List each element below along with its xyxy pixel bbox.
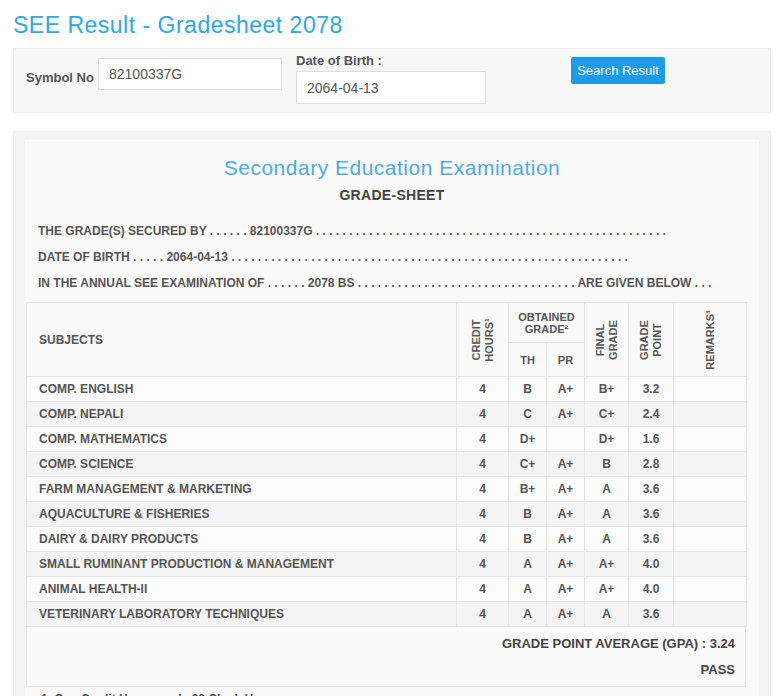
col-header-grade-point: GRADE POINT [629, 303, 674, 377]
remarks-cell [674, 427, 747, 452]
final-grade-cell: B [585, 452, 629, 477]
final-grade-cell: A+ [585, 552, 629, 577]
grade-point-cell: 3.6 [629, 527, 674, 552]
credit-cell: 4 [457, 452, 509, 477]
grade-point-cell: 3.2 [629, 377, 674, 402]
dob-line: DATE OF BIRTH . . . . . 2064-04-13 . . .… [38, 244, 748, 270]
th-grade-cell: B+ [509, 477, 547, 502]
subject-cell: SMALL RUMINANT PRODUCTION & MANAGEMENT [27, 552, 457, 577]
credit-cell: 4 [457, 377, 509, 402]
grade-point-cell: 2.4 [629, 402, 674, 427]
grade-point-cell: 3.6 [629, 502, 674, 527]
gradesheet-subtitle: GRADE-SHEET [26, 187, 758, 203]
final-grade-cell: C+ [585, 402, 629, 427]
pr-grade-cell: A+ [547, 452, 585, 477]
table-row: SMALL RUMINANT PRODUCTION & MANAGEMENT 4… [27, 552, 747, 577]
gradesheet-card: Secondary Education Examination GRADE-SH… [25, 140, 759, 696]
final-grade-cell: A [585, 527, 629, 552]
col-header-subjects: SUBJECTS [27, 303, 457, 377]
th-grade-cell: B [509, 527, 547, 552]
table-row: COMP. NEPALI 4 C A+ C+ 2.4 [27, 402, 747, 427]
final-grade-cell: A [585, 602, 629, 627]
final-grade-label: FINAL GRADE [594, 303, 619, 377]
subject-cell: COMP. NEPALI [27, 402, 457, 427]
remarks-cell [674, 377, 747, 402]
grade-point-cell: 3.6 [629, 602, 674, 627]
remarks-cell [674, 502, 747, 527]
credit-cell: 4 [457, 402, 509, 427]
final-grade-cell: A [585, 477, 629, 502]
date-of-birth-input[interactable] [296, 71, 486, 104]
search-form: Symbol No : Date of Birth : Search Resul… [13, 48, 771, 113]
subject-cell: COMP. ENGLISH [27, 377, 457, 402]
grade-point-cell: 2.8 [629, 452, 674, 477]
info-lines: THE GRADE(S) SECURED BY . . . . . . 8210… [38, 218, 748, 296]
col-header-obtained-grade: OBTAINED GRADE² [509, 303, 585, 343]
th-grade-cell: A [509, 552, 547, 577]
remarks-cell [674, 552, 747, 577]
pr-grade-cell: A+ [547, 377, 585, 402]
symbol-no-label: Symbol No : [26, 70, 102, 85]
credit-cell: 4 [457, 577, 509, 602]
see-result-page: SEE Result - Gradesheet 2078 Symbol No :… [0, 0, 784, 696]
remarks-cell [674, 602, 747, 627]
secured-by-line: THE GRADE(S) SECURED BY . . . . . . 8210… [38, 218, 748, 244]
col-header-remarks: REMARKS³ [674, 303, 747, 377]
pr-grade-cell [547, 427, 585, 452]
remarks-cell [674, 577, 747, 602]
pr-grade-cell: A+ [547, 577, 585, 602]
remarks-cell [674, 477, 747, 502]
remarks-cell [674, 527, 747, 552]
table-row: COMP. MATHEMATICS 4 D+ D+ 1.6 [27, 427, 747, 452]
page-title: SEE Result - Gradesheet 2078 [13, 12, 343, 39]
date-of-birth-label: Date of Birth : [296, 53, 382, 68]
table-row: VETERINARY LABORATORY TECHNIQUES 4 A A+ … [27, 602, 747, 627]
gradesheet-panel: Secondary Education Examination GRADE-SH… [13, 131, 771, 696]
pr-grade-cell: A+ [547, 602, 585, 627]
table-row: ANIMAL HEALTH-II 4 A A+ A+ 4.0 [27, 577, 747, 602]
grade-point-cell: 1.6 [629, 427, 674, 452]
table-row: FARM MANAGEMENT & MARKETING 4 B+ A+ A 3.… [27, 477, 747, 502]
col-header-pr: PR [547, 343, 585, 377]
th-grade-cell: C+ [509, 452, 547, 477]
table-row: AQUACULTURE & FISHERIES 4 B A+ A 3.6 [27, 502, 747, 527]
subject-cell: DAIRY & DAIRY PRODUCTS [27, 527, 457, 552]
subject-cell: FARM MANAGEMENT & MARKETING [27, 477, 457, 502]
exam-title: Secondary Education Examination [26, 156, 758, 180]
credit-hours-label: CREDIT HOURS¹ [470, 303, 495, 377]
col-header-credit-hours: CREDIT HOURS¹ [457, 303, 509, 377]
grades-table: SUBJECTS CREDIT HOURS¹ OBTAINED GRADE² F… [26, 302, 747, 627]
grade-point-cell: 4.0 [629, 552, 674, 577]
search-result-button[interactable]: Search Result [571, 57, 665, 84]
credit-cell: 4 [457, 602, 509, 627]
th-grade-cell: A [509, 602, 547, 627]
grade-point-cell: 4.0 [629, 577, 674, 602]
credit-hour-footnote: 1. One Credit Hour equals 32 Clock Hours… [41, 692, 758, 696]
th-grade-cell: C [509, 402, 547, 427]
gpa-value-line: GRADE POINT AVERAGE (GPA) : 3.24 [27, 636, 735, 652]
remarks-cell [674, 402, 747, 427]
pr-grade-cell: A+ [547, 502, 585, 527]
subject-cell: ANIMAL HEALTH-II [27, 577, 457, 602]
exam-of-line: IN THE ANNUAL SEE EXAMINATION OF . . . .… [38, 270, 748, 296]
subject-cell: COMP. SCIENCE [27, 452, 457, 477]
final-grade-cell: A [585, 502, 629, 527]
th-grade-cell: D+ [509, 427, 547, 452]
credit-cell: 4 [457, 427, 509, 452]
table-row: COMP. ENGLISH 4 B A+ B+ 3.2 [27, 377, 747, 402]
table-row: DAIRY & DAIRY PRODUCTS 4 B A+ A 3.6 [27, 527, 747, 552]
gpa-summary: GRADE POINT AVERAGE (GPA) : 3.24 PASS [26, 627, 746, 687]
subject-cell: VETERINARY LABORATORY TECHNIQUES [27, 602, 457, 627]
final-grade-cell: A+ [585, 577, 629, 602]
pr-grade-cell: A+ [547, 552, 585, 577]
credit-cell: 4 [457, 502, 509, 527]
final-grade-cell: D+ [585, 427, 629, 452]
grade-point-label: GRADE POINT [638, 303, 663, 377]
pr-grade-cell: A+ [547, 402, 585, 427]
credit-cell: 4 [457, 552, 509, 577]
symbol-no-input[interactable] [98, 58, 282, 90]
subject-cell: AQUACULTURE & FISHERIES [27, 502, 457, 527]
table-row: COMP. SCIENCE 4 C+ A+ B 2.8 [27, 452, 747, 477]
final-grade-cell: B+ [585, 377, 629, 402]
credit-cell: 4 [457, 527, 509, 552]
